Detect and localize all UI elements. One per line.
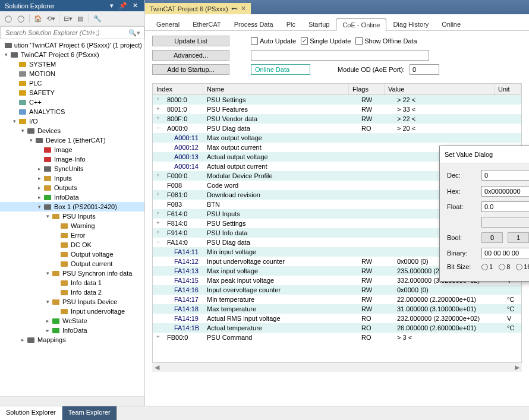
tree-item[interactable]: Output current: [0, 259, 144, 269]
sync-icon[interactable]: ⟲▾: [45, 13, 56, 24]
grid-row[interactable]: A000:11Max output voltage: [153, 133, 521, 143]
grid-row[interactable]: +800F:0PSU Vendor dataRW> 22 <: [153, 114, 521, 124]
binary-input[interactable]: [481, 248, 529, 258]
header-flags[interactable]: Flags: [349, 84, 385, 94]
single-update-checkbox[interactable]: ✓Single Update: [301, 37, 351, 45]
dropdown-icon[interactable]: ▾: [108, 2, 115, 9]
update-list-button[interactable]: Update List: [152, 36, 229, 46]
tree-item[interactable]: Error: [0, 230, 144, 240]
bool-1-button[interactable]: 1: [508, 232, 529, 243]
auto-update-checkbox[interactable]: Auto Update: [251, 37, 296, 45]
svg-rect-19: [61, 223, 68, 229]
grid-row[interactable]: FA14:19Actual RMS input voltageRO232.000…: [153, 314, 521, 323]
close-icon[interactable]: ✕: [131, 2, 140, 9]
tree-item[interactable]: Warning: [0, 221, 144, 230]
dec-input[interactable]: [481, 170, 529, 181]
tab-diag-history[interactable]: Diag History: [386, 18, 435, 30]
tab-close-icon[interactable]: ✕: [241, 5, 246, 12]
tree-item[interactable]: ▸SyncUnits: [0, 164, 144, 173]
tree-item[interactable]: ▸Inputs: [0, 173, 144, 183]
svg-rect-28: [61, 309, 68, 314]
tree-item[interactable]: Input undervoltage: [0, 307, 144, 316]
home-icon[interactable]: 🏠: [33, 13, 43, 24]
tab-solution-explorer[interactable]: Solution Explorer: [0, 406, 62, 420]
document-tab[interactable]: TwinCAT Project 6 (PSxxx) ⊷ ✕: [145, 3, 251, 14]
explorer-hscroll[interactable]: [0, 396, 144, 406]
pin-icon[interactable]: 📌: [117, 2, 129, 9]
tree-item[interactable]: ▾TwinCAT Project 6 (PSxxx): [0, 50, 144, 59]
advanced-text[interactable]: [251, 50, 429, 61]
tree-item[interactable]: ▾PSU Synchron info data: [0, 269, 144, 278]
tree-item[interactable]: ution 'TwinCAT Project 6 (PSxxx)' (1 pro…: [0, 40, 144, 50]
tree-item[interactable]: ▾Box 1 (PS2001-2420): [0, 202, 144, 211]
forward-icon[interactable]: ◯: [15, 13, 26, 24]
show-icon[interactable]: ▤: [75, 13, 86, 24]
tree-item[interactable]: Image: [0, 145, 144, 154]
grid-row[interactable]: +8000:0PSU SettingsRW> 22 <: [153, 95, 521, 105]
bool-0-button[interactable]: 0: [481, 232, 503, 243]
header-unit[interactable]: Unit: [495, 84, 521, 94]
hex-input[interactable]: [481, 186, 529, 197]
float-input[interactable]: [481, 201, 529, 212]
tree-item[interactable]: PLC: [0, 78, 144, 88]
show-offline-checkbox[interactable]: Show Offline Data: [355, 37, 417, 45]
tree-item[interactable]: Info data 2: [0, 288, 144, 297]
grid-row[interactable]: +FB00:0PSU CommandRO> 3 <: [153, 333, 521, 342]
grid-row[interactable]: FA14:18Max temperatureRW31.000000 (3.100…: [153, 304, 521, 314]
tree-item[interactable]: ANALYTICS: [0, 107, 144, 116]
tree-item[interactable]: Output voltage: [0, 250, 144, 259]
wrench-icon[interactable]: 🔧: [92, 13, 103, 24]
tab-general[interactable]: General: [150, 18, 186, 30]
tree-item[interactable]: DC OK: [0, 240, 144, 250]
tree-item[interactable]: ▸WcState: [0, 316, 144, 326]
scroll-left-icon[interactable]: ◀: [155, 364, 159, 371]
header-index[interactable]: Index: [153, 84, 203, 94]
search-box[interactable]: 🔍▾: [0, 26, 144, 39]
dialog-title-bar[interactable]: Set Value Dialog ✕: [440, 146, 529, 163]
tree-item[interactable]: ▸Outputs: [0, 183, 144, 192]
add-startup-button[interactable]: Add to Startup...: [152, 64, 229, 75]
tab-online[interactable]: Online: [435, 18, 467, 30]
tree-item[interactable]: ▸InfoData: [0, 326, 144, 335]
tab-plc[interactable]: Plc: [280, 18, 302, 30]
scroll-right-icon[interactable]: ▶: [515, 364, 519, 371]
tab-startup[interactable]: Startup: [302, 18, 336, 30]
module-od-input[interactable]: [410, 64, 439, 75]
tree-item[interactable]: ▾PSU Inputs Device: [0, 297, 144, 307]
tree-item[interactable]: ▸Mappings: [0, 335, 144, 345]
tree-item[interactable]: ▾PSU Inputs: [0, 211, 144, 221]
tree-item[interactable]: ▾I/O: [0, 116, 144, 126]
tab-pin-icon[interactable]: ⊷: [231, 5, 238, 12]
tree-item[interactable]: Info data 1: [0, 278, 144, 288]
radio-8[interactable]: 8: [499, 263, 510, 270]
tab-process-data[interactable]: Process Data: [228, 18, 280, 30]
tab-coe-online[interactable]: CoE - Online: [336, 18, 386, 31]
search-input[interactable]: [4, 29, 128, 37]
tree-item[interactable]: MOTION: [0, 69, 144, 78]
editor-area: TwinCAT Project 6 (PSxxx) ⊷ ✕ GeneralEth…: [145, 0, 529, 406]
radio-1[interactable]: 1: [481, 263, 493, 270]
tree-item[interactable]: ▾Device 1 (EtherCAT): [0, 135, 144, 145]
tab-ethercat[interactable]: EtherCAT: [186, 18, 227, 30]
back-icon[interactable]: ◯: [3, 13, 14, 24]
search-icon[interactable]: 🔍▾: [128, 29, 140, 37]
tab-team-explorer[interactable]: Team Explorer: [62, 406, 117, 420]
tree-item[interactable]: SYSTEM: [0, 59, 144, 69]
grid-row[interactable]: FA14:16Input overvoltage counterRW0x0000…: [153, 285, 521, 295]
tree-item[interactable]: C++: [0, 97, 144, 107]
radio-16[interactable]: 16: [516, 263, 529, 270]
tree-item[interactable]: Image-Info: [0, 154, 144, 164]
advanced-button[interactable]: Advanced...: [152, 50, 229, 61]
header-value[interactable]: Value: [385, 84, 495, 94]
tree-item[interactable]: ▾Devices: [0, 126, 144, 135]
header-name[interactable]: Name: [203, 84, 349, 94]
grid-row[interactable]: FA14:17Min temperatureRW22.000000 (2.200…: [153, 295, 521, 304]
grid-hscroll[interactable]: ◀ ▶: [152, 362, 522, 372]
explorer-title-bar: Solution Explorer ▾ 📌 ✕: [0, 0, 144, 11]
grid-row[interactable]: −A000:0PSU Diag dataRO> 20 <: [153, 124, 521, 133]
tree-item[interactable]: ▸InfoData: [0, 192, 144, 202]
grid-row[interactable]: FA14:1BActual temperatureRO26.000000 (2.…: [153, 323, 521, 333]
collapse-icon[interactable]: ⊟▾: [62, 13, 73, 24]
grid-row[interactable]: +8001:0PSU FeaturesRW> 33 <: [153, 105, 521, 114]
tree-item[interactable]: SAFETY: [0, 88, 144, 97]
